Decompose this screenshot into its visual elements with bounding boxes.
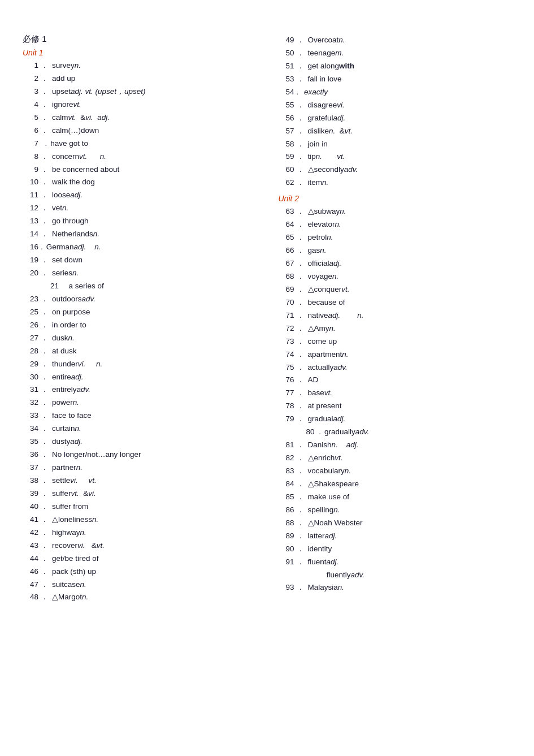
list-item: 26 ． in order to [23,319,256,332]
list-item: 38 ． settlevi. vt. [23,474,256,487]
list-item: 32 ． power n. [23,396,256,409]
list-item: 1 ． survey n. [23,59,256,72]
list-item: 12 ． vet n. [23,202,256,215]
list-item: 85 ． make use of [279,491,512,504]
list-item: 93 ． Malaysia n. [279,581,512,594]
list-item: 4 ． ignore vt. [23,98,256,111]
list-item: 6 ． calm(…)down [23,124,256,137]
list-item: 76 ． AD [279,374,512,387]
list-item: 56 ． grateful adj. [279,112,512,125]
list-item: 28 ． at dusk [23,345,256,358]
right-column: 49 ． Overcoatn. 50 ． teenagem. 51 ． get … [279,34,512,604]
list-item: 58 ． join in [279,138,512,151]
list-item: 59 ． tip n. vt. [279,150,512,163]
list-item: 13 ． go through [23,215,256,228]
list-item: 30 ． entire adj. [23,371,256,384]
list-item: 50 ． teenagem. [279,47,512,60]
list-item: 78 ． at present [279,400,512,413]
list-item: 54 . exactly [279,86,512,99]
list-item: 74 ． apartmentn. [279,348,512,361]
list-item: 36 ． No longer/not…any longer [23,448,256,461]
list-item: 3 ． upsetadj. vt. (upset，upset) [23,85,256,98]
list-item: 11 ． loose adj. [23,189,256,202]
list-item: 66 ． gas n. [279,244,512,257]
list-item: 91 ． fluent adj. [279,556,512,569]
list-item: 21 a series of [23,280,256,293]
list-item: 57 ． dislike n. & vt. [279,125,512,138]
list-item: 67 ． official adj. [279,257,512,270]
list-item: 29 ． thundervi. n. [23,358,256,371]
list-item: 73 ． come up [279,335,512,348]
list-item: 70 ． because of [279,296,512,309]
list-item: 60 ． △secondly adv. [279,163,512,176]
list-item: 84 ． △Shakespeare [279,478,512,491]
list-item: 14 ． Netherlandsn. [23,228,256,241]
list-item: 46 ． pack (sth) up [23,565,256,578]
list-item: 71 ． native adj. n. [279,309,512,322]
list-item: 81 ． Danish n. adj. [279,439,512,452]
list-item: 47 ． suitcasen. [23,578,256,591]
list-item: 51 ． get along with [279,60,512,73]
unit1-title: Unit 1 [23,48,256,57]
list-item: 33 ． face to face [23,409,256,422]
list-item: 68 ． voyagen. [279,270,512,283]
list-item: 41 ． △loneliness n. [23,513,256,526]
list-item: 88 ． △Noah Webster [279,517,512,530]
list-item: 19 ． set down [23,254,256,267]
list-item: 72 ． △Amy n. [279,322,512,335]
list-item: 37 ． partnern. [23,461,256,474]
list-item: 42 ． highway n. [23,526,256,539]
list-item: 31 ． entirely adv. [23,383,256,396]
list-item: fluently adv. [279,569,512,582]
list-item: 34 ． curtain n. [23,422,256,435]
list-item: 49 ． Overcoatn. [279,34,512,47]
list-item: 48 ． △Margot n. [23,591,256,604]
left-column: 必修 1 Unit 1 1 ． survey n. 2 ． add up 3 ．… [23,34,256,604]
list-item: 5 ． calm vt. & vi. adj. [23,111,256,124]
list-item: 20 ． seriesn. [23,267,256,280]
list-item: 75 ． actually adv. [279,361,512,374]
list-item: 65 ． petrol n. [279,231,512,244]
unit2-title: Unit 2 [279,194,512,203]
list-item: 40 ． suffer from [23,500,256,513]
list-item: 16 . German adj. n. [23,241,256,254]
list-item: 27 ． dusk n. [23,332,256,345]
list-item: 10 ． walk the dog [23,176,256,189]
list-item: 43 ． recovervi. & vt. [23,539,256,552]
list-item: 53 ． fall in love [279,73,512,86]
list-item: 8 ． concernvt. n. [23,150,256,163]
main-content: 必修 1 Unit 1 1 ． survey n. 2 ． add up 3 ．… [23,34,511,604]
list-item: 82 ． △enrich vt. [279,452,512,465]
list-item: 44 ． get/be tired of [23,552,256,565]
list-item: 64 ． elevatorn. [279,218,512,231]
list-item: 35 ． dusty adj. [23,435,256,448]
list-item: 7 . have got to [23,137,256,150]
list-item: 83 ． vocabularyn. [279,465,512,478]
list-item: 90 ． identity [279,543,512,556]
list-item: 89 ． latter adj. [279,530,512,543]
list-item: 63 ． △subway n. [279,205,512,218]
list-item: 80 . graduallyadv. [279,426,512,439]
list-item: 62 ． item n. [279,176,512,189]
list-item: 39 ． suffer vt. & vi. [23,487,256,500]
list-item: 25 ． on purpose [23,306,256,319]
list-item: 69 ． △conquer vt. [279,283,512,296]
list-item: 79 ． gradualadj. [279,413,512,426]
list-item: 55 ． disagreevi. [279,99,512,112]
list-item: 23 ． outdoors adv. [23,293,256,306]
list-item: 77 ． basevt. [279,387,512,400]
list-item: 2 ． add up [23,72,256,85]
list-item: 86 ． spelling n. [279,504,512,517]
list-item: 9 ． be concerned about [23,163,256,176]
section-title: 必修 1 [23,34,256,45]
